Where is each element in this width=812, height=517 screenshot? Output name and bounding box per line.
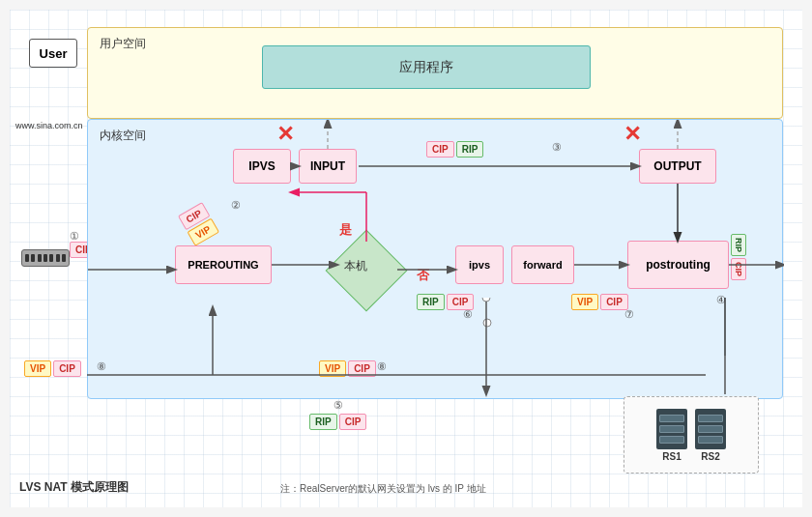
server-box-rs2 — [695, 409, 726, 449]
step8-right-tags: VIP CIP — [319, 360, 376, 377]
app-box: 应用程序 — [262, 45, 591, 89]
step5-num: ⑤ — [334, 399, 343, 412]
router-port — [25, 254, 29, 262]
forward-box: forward — [511, 245, 574, 284]
input-box: INPUT — [299, 149, 357, 184]
rs1-label: RS1 — [662, 451, 681, 462]
step8-left-tags: VIP CIP — [24, 360, 81, 377]
prerouting-box: PREROUTING — [175, 245, 272, 284]
step3-cip-rip-tags: CIP RIP — [426, 141, 483, 158]
server-box-rs1 — [656, 409, 687, 449]
router-port — [56, 254, 60, 262]
diagram-title: LVS NAT 模式原理图 — [19, 479, 129, 496]
step7-num: ⑦ — [624, 308, 634, 321]
step2-tags: CIP VIP — [178, 202, 219, 246]
router-port — [49, 254, 53, 262]
step4-tags: RIP CIP — [731, 234, 746, 280]
tag-cip-3: CIP — [426, 141, 454, 158]
step8-right-num: ⑧ — [377, 360, 387, 373]
kernel-space-box: 内核空间 IPVS INPUT ✕ OUTPUT ✕ CIP RIP ③ — [87, 119, 783, 399]
yes-label: 是 — [339, 221, 352, 239]
rs-area: RS1 RS2 — [624, 396, 759, 474]
server-rs2: RS2 — [695, 409, 726, 462]
postrouting-box: postrouting — [627, 241, 729, 289]
rs2-label: RS2 — [701, 451, 719, 462]
no-label: 否 — [417, 267, 429, 284]
kernel-space-label: 内核空间 — [100, 128, 146, 144]
step3-num: ③ — [552, 141, 562, 154]
router-icon — [21, 249, 70, 267]
router-port — [44, 254, 47, 262]
ipvs-fwd-box: ipvs — [455, 245, 504, 284]
step7-tags: VIP CIP — [571, 294, 628, 310]
step1-num: ① — [70, 230, 79, 243]
main-container: User www.sina.com.cn CIP VIP ① 用户空间 应用程序 — [10, 10, 802, 507]
step8-left-num: ⑧ — [97, 360, 106, 373]
x-mark-output: ✕ — [624, 122, 641, 147]
server-rs1: RS1 — [656, 409, 687, 462]
ipvs-box: IPVS — [233, 149, 291, 184]
router-port — [38, 254, 42, 262]
step5-tags: RIP CIP — [309, 414, 366, 430]
step4-num: ④ — [716, 294, 726, 306]
user-box: User — [29, 39, 77, 68]
benji-diamond — [326, 230, 408, 312]
tag-rip-3: RIP — [456, 141, 484, 158]
step2-num: ② — [231, 199, 241, 212]
x-mark-input: ✕ — [276, 122, 294, 147]
user-label: User — [40, 46, 68, 61]
output-box: OUTPUT — [639, 149, 716, 184]
note-label: 注：RealServer的默认网关设置为 lvs 的 IP 地址 — [280, 482, 486, 496]
user-space-label: 用户空间 — [100, 36, 146, 52]
svg-point-12 — [483, 319, 491, 327]
router-port — [62, 254, 66, 262]
sina-label: www.sina.com.cn — [15, 121, 83, 130]
step6-num: ⑥ — [463, 308, 473, 321]
user-space-box: 用户空间 应用程序 — [87, 27, 783, 119]
router-port — [31, 254, 35, 262]
